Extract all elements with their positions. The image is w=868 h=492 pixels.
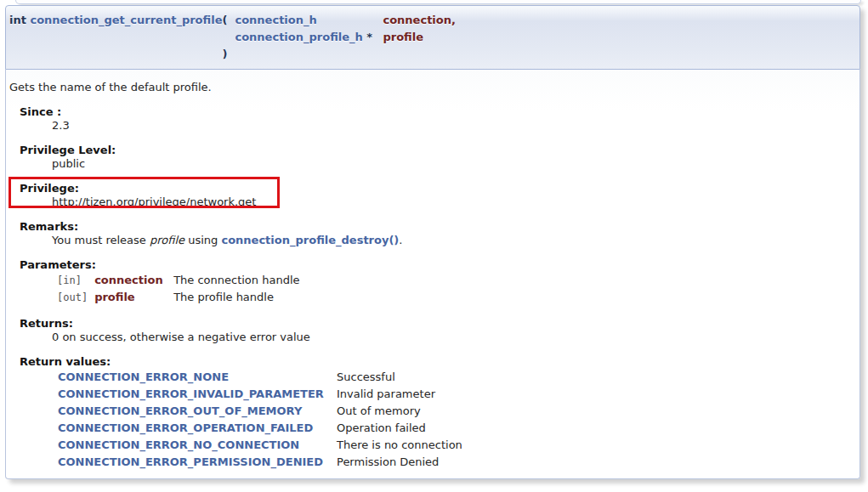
- pointer-mark: *: [366, 31, 372, 43]
- open-paren: (: [222, 12, 235, 29]
- return-values-table: CONNECTION_ERROR_NONE Successful CONNECT…: [58, 369, 469, 471]
- function-signature-table: int connection_get_current_profile ( con…: [9, 12, 456, 63]
- return-value-row: CONNECTION_ERROR_NONE Successful: [58, 369, 469, 386]
- signature-row: int connection_get_current_profile ( con…: [9, 12, 456, 29]
- return-value-row: CONNECTION_ERROR_INVALID_PARAMETER Inval…: [58, 386, 469, 403]
- function-doc-body: Gets the name of the default profile. Si…: [5, 70, 860, 479]
- function-name: connection_get_current_profile: [30, 14, 222, 26]
- close-paren: ): [222, 46, 235, 63]
- function-signature-header: int connection_get_current_profile ( con…: [5, 5, 860, 70]
- brief-description: Gets the name of the default profile.: [9, 81, 854, 94]
- remarks-emphasis: profile: [150, 234, 184, 246]
- error-code-link[interactable]: CONNECTION_ERROR_PERMISSION_DENIED: [58, 455, 323, 468]
- return-type: int: [9, 14, 26, 26]
- remarks-section: Remarks: You must release profile using …: [20, 220, 854, 247]
- since-value: 2.3: [52, 119, 854, 133]
- signature-row: connection_profile_h * profile: [9, 29, 456, 46]
- since-label: Since :: [20, 105, 854, 119]
- param-direction: [out]: [57, 289, 94, 306]
- error-code-link[interactable]: CONNECTION_ERROR_NO_CONNECTION: [58, 438, 299, 451]
- remarks-text-before: You must release: [52, 234, 150, 246]
- error-code-link[interactable]: CONNECTION_ERROR_INVALID_PARAMETER: [58, 387, 324, 400]
- error-description: Out of memory: [337, 403, 469, 420]
- error-code-link[interactable]: CONNECTION_ERROR_NONE: [58, 370, 229, 383]
- previous-section-bottom-edge: [15, 0, 861, 4]
- signature-param-name: connection,: [383, 12, 455, 29]
- return-value-row: CONNECTION_ERROR_OPERATION_FAILED Operat…: [58, 420, 469, 437]
- error-description: There is no connection: [337, 437, 469, 454]
- privilege-level-section: Privilege Level: public: [20, 144, 854, 171]
- param-name: connection: [94, 272, 173, 289]
- returns-section: Returns: 0 on success, otherwise a negat…: [20, 317, 854, 344]
- param-type-link-connection-h[interactable]: connection_h: [235, 14, 316, 26]
- privilege-label: Privilege:: [20, 182, 854, 195]
- returns-value: 0 on success, otherwise a negative error…: [52, 331, 854, 344]
- param-name: profile: [94, 289, 173, 306]
- error-description: Operation failed: [337, 420, 469, 437]
- privilege-value: http://tizen.org/privilege/network.get: [52, 195, 854, 209]
- error-description: Successful: [337, 369, 469, 386]
- parameters-table: [in] connection The connection handle [o…: [57, 272, 307, 306]
- remarks-text-after: .: [399, 234, 402, 246]
- signature-param-name: profile: [383, 29, 455, 46]
- connection-profile-destroy-link[interactable]: connection_profile_destroy(): [221, 234, 399, 246]
- return-value-row: CONNECTION_ERROR_OUT_OF_MEMORY Out of me…: [58, 403, 469, 420]
- param-type-link-connection-profile-h[interactable]: connection_profile_h: [235, 31, 362, 43]
- function-doc-block: int connection_get_current_profile ( con…: [5, 5, 860, 479]
- error-description: Invalid parameter: [337, 386, 469, 403]
- remarks-text: You must release profile using connectio…: [52, 234, 854, 247]
- parameter-row: [in] connection The connection handle: [57, 272, 307, 289]
- return-value-row: CONNECTION_ERROR_NO_CONNECTION There is …: [58, 437, 469, 454]
- privilege-level-value: public: [52, 157, 854, 171]
- returns-label: Returns:: [20, 317, 854, 331]
- error-description: Permission Denied: [337, 454, 469, 471]
- since-section: Since : 2.3: [20, 105, 854, 133]
- remarks-label: Remarks:: [20, 220, 854, 234]
- privilege-level-label: Privilege Level:: [20, 144, 854, 157]
- return-value-row: CONNECTION_ERROR_PERMISSION_DENIED Permi…: [58, 454, 469, 471]
- signature-row: ): [9, 46, 456, 63]
- error-code-link[interactable]: CONNECTION_ERROR_OPERATION_FAILED: [58, 421, 313, 434]
- return-values-label: Return values:: [20, 355, 854, 369]
- param-direction: [in]: [57, 272, 94, 289]
- privilege-section: Privilege: http://tizen.org/privilege/ne…: [20, 182, 854, 209]
- return-values-section: Return values: CONNECTION_ERROR_NONE Suc…: [20, 355, 854, 471]
- parameters-section: Parameters: [in] connection The connecti…: [20, 258, 854, 306]
- remarks-text-middle: using: [184, 234, 221, 246]
- param-description: The connection handle: [173, 272, 306, 289]
- parameters-label: Parameters:: [20, 258, 854, 272]
- error-code-link[interactable]: CONNECTION_ERROR_OUT_OF_MEMORY: [58, 404, 302, 417]
- parameter-row: [out] profile The profile handle: [57, 289, 307, 306]
- param-description: The profile handle: [173, 289, 306, 306]
